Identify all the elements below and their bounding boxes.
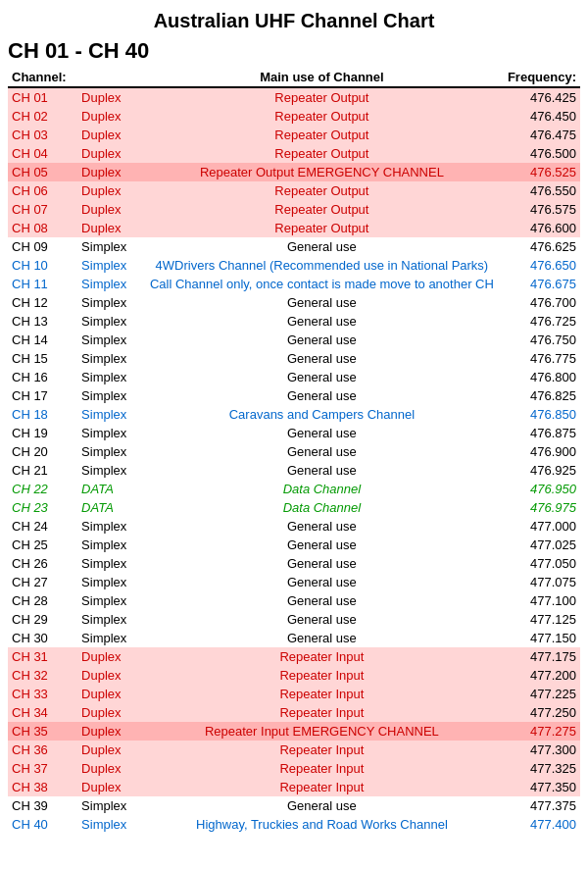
cell-frequency: 477.225 [502,685,580,703]
cell-use: Repeater Output [142,107,502,126]
table-row: CH 22DATAData Channel476.950 [8,480,580,498]
table-row: CH 35DuplexRepeater Input EMERGENCY CHAN… [8,722,580,741]
table-row: CH 39SimplexGeneral use477.375 [8,796,580,815]
cell-type: Duplex [72,759,142,778]
cell-frequency: 477.125 [502,610,580,629]
cell-use: Repeater Input [142,759,502,778]
cell-frequency: 476.900 [502,442,580,461]
cell-channel: CH 14 [8,331,72,349]
cell-use: General use [142,536,502,554]
table-row: CH 34DuplexRepeater Input477.250 [8,703,580,722]
cell-channel: CH 05 [8,163,72,181]
cell-channel: CH 09 [8,237,72,256]
table-row: CH 14SimplexGeneral use476.750 [8,331,580,349]
cell-use: General use [142,573,502,591]
cell-channel: CH 01 [8,87,72,107]
cell-channel: CH 15 [8,349,72,368]
cell-frequency: 476.475 [502,126,580,144]
cell-channel: CH 32 [8,666,72,685]
table-row: CH 38DuplexRepeater Input477.350 [8,778,580,796]
cell-frequency: 477.375 [502,796,580,815]
header-frequency: Frequency: [502,68,580,87]
cell-type: Duplex [72,778,142,796]
cell-frequency: 476.825 [502,386,580,405]
cell-frequency: 476.975 [502,498,580,517]
cell-type: Simplex [72,312,142,331]
cell-type: Duplex [72,722,142,741]
cell-channel: CH 12 [8,293,72,312]
table-row: CH 33DuplexRepeater Input477.225 [8,685,580,703]
cell-use: Caravans and Campers Channel [142,405,502,424]
cell-type: Simplex [72,536,142,554]
cell-frequency: 476.850 [502,405,580,424]
cell-use: Repeater Input [142,666,502,685]
cell-use: General use [142,610,502,629]
cell-channel: CH 17 [8,386,72,405]
cell-type: Simplex [72,573,142,591]
table-row: CH 10Simplex4WDrivers Channel (Recommend… [8,256,580,275]
page-subtitle: CH 01 - CH 40 [8,38,580,64]
cell-channel: CH 18 [8,405,72,424]
cell-use: General use [142,424,502,442]
table-row: CH 15SimplexGeneral use476.775 [8,349,580,368]
channel-table: Channel: Main use of Channel Frequency: … [8,68,580,834]
cell-frequency: 476.575 [502,200,580,219]
cell-channel: CH 08 [8,219,72,237]
cell-use: General use [142,461,502,480]
cell-channel: CH 28 [8,591,72,610]
cell-type: Simplex [72,796,142,815]
cell-use: General use [142,349,502,368]
cell-type: Duplex [72,685,142,703]
cell-channel: CH 19 [8,424,72,442]
table-row: CH 30SimplexGeneral use477.150 [8,629,580,647]
cell-channel: CH 03 [8,126,72,144]
cell-use: 4WDrivers Channel (Recommended use in Na… [142,256,502,275]
cell-type: DATA [72,498,142,517]
cell-frequency: 477.025 [502,536,580,554]
cell-type: Duplex [72,181,142,200]
cell-use: General use [142,237,502,256]
cell-channel: CH 23 [8,498,72,517]
cell-channel: CH 02 [8,107,72,126]
cell-type: Simplex [72,331,142,349]
cell-type: Simplex [72,386,142,405]
cell-type: Duplex [72,647,142,666]
cell-frequency: 476.675 [502,275,580,293]
cell-type: Simplex [72,237,142,256]
cell-channel: CH 37 [8,759,72,778]
cell-channel: CH 33 [8,685,72,703]
cell-type: Duplex [72,200,142,219]
cell-channel: CH 10 [8,256,72,275]
cell-frequency: 477.100 [502,591,580,610]
table-row: CH 24SimplexGeneral use477.000 [8,517,580,536]
cell-frequency: 477.275 [502,722,580,741]
table-header-row: Channel: Main use of Channel Frequency: [8,68,580,87]
table-row: CH 01DuplexRepeater Output476.425 [8,87,580,107]
table-row: CH 20SimplexGeneral use476.900 [8,442,580,461]
cell-use: Repeater Output [142,219,502,237]
cell-channel: CH 21 [8,461,72,480]
cell-frequency: 476.925 [502,461,580,480]
table-row: CH 12SimplexGeneral use476.700 [8,293,580,312]
table-row: CH 31DuplexRepeater Input477.175 [8,647,580,666]
cell-frequency: 477.000 [502,517,580,536]
cell-frequency: 477.250 [502,703,580,722]
cell-use: Repeater Output [142,87,502,107]
cell-use: General use [142,331,502,349]
cell-type: Simplex [72,256,142,275]
table-row: CH 36DuplexRepeater Input477.300 [8,741,580,759]
cell-type: Duplex [72,666,142,685]
cell-channel: CH 29 [8,610,72,629]
table-row: CH 16SimplexGeneral use476.800 [8,368,580,386]
cell-type: Duplex [72,87,142,107]
table-row: CH 09SimplexGeneral use476.625 [8,237,580,256]
cell-type: Duplex [72,703,142,722]
cell-channel: CH 20 [8,442,72,461]
cell-frequency: 477.050 [502,554,580,573]
cell-use: General use [142,517,502,536]
cell-frequency: 476.875 [502,424,580,442]
table-row: CH 05DuplexRepeater Output EMERGENCY CHA… [8,163,580,181]
cell-frequency: 477.175 [502,647,580,666]
cell-type: Simplex [72,405,142,424]
cell-channel: CH 25 [8,536,72,554]
